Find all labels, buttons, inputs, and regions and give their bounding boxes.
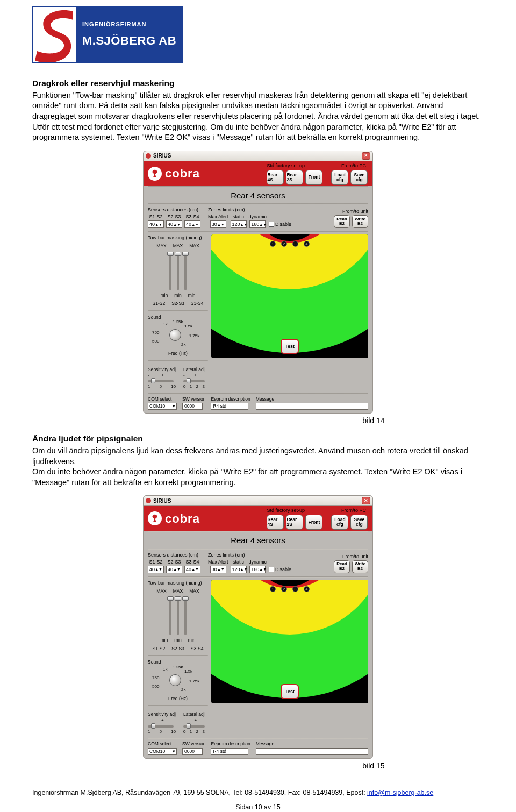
s1s2-input[interactable]: 40▲▼ bbox=[148, 220, 164, 228]
com-label: COM select bbox=[148, 396, 177, 402]
logo-bottom-text: M.SJÖBERG AB bbox=[82, 33, 182, 49]
zones-group-label: Zones limits (cm) bbox=[208, 206, 291, 213]
s3s4-input[interactable]: 40▲▼ bbox=[184, 566, 200, 573]
dist-group-label: Sensors distances (cm) bbox=[148, 206, 200, 213]
app-icon bbox=[146, 498, 151, 503]
loadcfg-button[interactable]: Loadcfg bbox=[331, 170, 348, 185]
mask-slider-2[interactable] bbox=[177, 252, 179, 290]
mask-slider-2[interactable] bbox=[177, 596, 179, 635]
config-title: Rear 4 sensors bbox=[144, 532, 372, 548]
footer-email-link[interactable]: info@m-sjoberg-ab.se bbox=[367, 789, 433, 796]
sw-field: 0000 bbox=[182, 748, 203, 755]
sw-label: SW version bbox=[182, 396, 205, 402]
front-button[interactable]: Front bbox=[305, 170, 322, 185]
figure-caption-15: bild 15 bbox=[362, 761, 384, 771]
section1-body: Funktionen "Tow-bar masking" tillåter at… bbox=[32, 90, 484, 143]
sensor-4-icon: 4 bbox=[304, 241, 310, 247]
cobra-logo: cobra bbox=[148, 166, 200, 182]
cobra-text: cobra bbox=[165, 511, 200, 527]
static-input[interactable]: 120▲▼ bbox=[231, 220, 247, 228]
logo-top-text: INGENIÖRSFIRMAN bbox=[82, 20, 182, 29]
banner-label-pc: From/to PC bbox=[341, 162, 366, 169]
s2s3-input[interactable]: 40▲▼ bbox=[166, 566, 182, 573]
sensor-1-icon: 1 bbox=[270, 241, 276, 247]
sirius-app-window-2: SIRIUS ✕ cobra Std factory set-upFrom/to… bbox=[143, 495, 373, 759]
page-number: Sidan 10 av 15 bbox=[32, 803, 484, 812]
mask-slider-3[interactable] bbox=[184, 252, 187, 290]
rear2s-button[interactable]: Rear 2S bbox=[286, 170, 303, 185]
banner-label-std: Std factory set-up bbox=[267, 162, 305, 169]
dynamic-input[interactable]: 160▲▼ bbox=[249, 566, 266, 573]
banner: cobra Std factory set-upFrom/to PC Rear … bbox=[144, 506, 372, 531]
footer: Ingeniörsfirman M.Sjöberg AB, Råsundaväg… bbox=[32, 788, 484, 797]
freq-knob[interactable]: 1k 1.25k 1.5k ~1.75k 2k 750 500 bbox=[148, 320, 208, 351]
cobra-icon bbox=[150, 514, 160, 523]
titlebar[interactable]: SIRIUS ✕ bbox=[144, 151, 372, 161]
titlebar[interactable]: SIRIUS ✕ bbox=[144, 496, 372, 506]
rear4s-button[interactable]: Rear 4S bbox=[267, 515, 284, 530]
unit-group-label: From/to unit bbox=[334, 208, 368, 215]
read-e2-button[interactable]: ReadE2 bbox=[334, 560, 350, 573]
sensitivity-slider[interactable] bbox=[148, 725, 174, 728]
savecfg-button[interactable]: Savecfg bbox=[350, 515, 368, 530]
message-field bbox=[256, 748, 368, 755]
sensor-2-icon: 2 bbox=[281, 241, 287, 247]
s2s3-input[interactable]: 40▲▼ bbox=[166, 220, 182, 228]
sensor-4-icon: 4 bbox=[304, 586, 310, 592]
window-title: SIRIUS bbox=[153, 497, 171, 505]
mask-slider-3[interactable] bbox=[184, 596, 187, 635]
lateral-label: Lateral adj bbox=[183, 367, 205, 373]
cobra-logo: cobra bbox=[148, 511, 200, 527]
front-button[interactable]: Front bbox=[305, 515, 322, 530]
s1s2-input[interactable]: 40▲▼ bbox=[148, 566, 164, 573]
status-bar: COM selectCOM10▾ SW version0000 Eeprom d… bbox=[144, 394, 372, 413]
status-bar: COM selectCOM10▾ SW version0000 Eeprom d… bbox=[144, 739, 372, 758]
company-logo: INGENIÖRSFIRMAN M.SJÖBERG AB bbox=[32, 6, 484, 63]
disable-checkbox[interactable] bbox=[269, 222, 274, 227]
footer-text: Ingeniörsfirman M.Sjöberg AB, Råsundaväg… bbox=[32, 789, 367, 796]
eeprom-field: R4 std bbox=[211, 748, 248, 755]
test-button[interactable]: Test bbox=[281, 684, 299, 699]
cobra-text: cobra bbox=[165, 166, 200, 182]
lateral-slider[interactable] bbox=[183, 725, 205, 728]
mask-slider-1[interactable] bbox=[169, 252, 171, 290]
message-label: Message: bbox=[256, 396, 368, 402]
dynamic-input[interactable]: 160▲▼ bbox=[249, 220, 266, 228]
close-button[interactable]: ✕ bbox=[362, 152, 370, 160]
message-field bbox=[256, 403, 368, 410]
sensor-3-icon: 3 bbox=[292, 241, 298, 247]
freq-knob[interactable]: 1k 1.25k 1.5k ~1.75k 2k 750 500 bbox=[148, 666, 208, 696]
read-e2-button[interactable]: ReadE2 bbox=[334, 215, 350, 228]
static-input[interactable]: 120▲▼ bbox=[231, 566, 247, 573]
sensitivity-label: Sensitivity adj bbox=[148, 367, 176, 373]
sw-field: 0000 bbox=[182, 403, 203, 410]
test-button[interactable]: Test bbox=[281, 339, 299, 354]
s3s4-input[interactable]: 40▲▼ bbox=[184, 220, 200, 228]
towbar-label: Tow-bar masking (hiding) bbox=[148, 234, 208, 241]
loadcfg-button[interactable]: Loadcfg bbox=[331, 515, 348, 530]
radar-display: 1234 Test bbox=[211, 234, 368, 358]
disable-checkbox[interactable] bbox=[269, 567, 274, 572]
maxalert-input[interactable]: 30▲▼ bbox=[210, 220, 226, 228]
eeprom-field: R4 std bbox=[211, 403, 248, 410]
figure-caption-14: bild 14 bbox=[362, 416, 384, 426]
section2-body1: Om du vill ändra pipsignalens ljud kan d… bbox=[32, 446, 484, 467]
com-select[interactable]: COM10▾ bbox=[148, 403, 177, 410]
lateral-slider[interactable] bbox=[183, 380, 205, 382]
rear2s-button[interactable]: Rear 2S bbox=[286, 515, 303, 530]
write-e2-button[interactable]: WriteE2 bbox=[352, 560, 368, 573]
com-select[interactable]: COM10▾ bbox=[148, 748, 177, 755]
close-button[interactable]: ✕ bbox=[362, 497, 370, 504]
sensitivity-slider[interactable] bbox=[148, 380, 174, 382]
savecfg-button[interactable]: Savecfg bbox=[350, 170, 368, 185]
mask-slider-1[interactable] bbox=[169, 596, 171, 635]
rear4s-button[interactable]: Rear 4S bbox=[267, 170, 284, 185]
sensor-3-icon: 3 bbox=[292, 586, 298, 592]
window-title: SIRIUS bbox=[153, 152, 171, 160]
app-icon bbox=[146, 153, 151, 159]
section2-heading: Ändra ljudet för pipsignalen bbox=[32, 433, 484, 445]
eeprom-label: Eeprom description bbox=[211, 396, 250, 402]
maxalert-input[interactable]: 30▲▼ bbox=[210, 566, 226, 573]
write-e2-button[interactable]: WriteE2 bbox=[352, 215, 368, 228]
sirius-app-window: SIRIUS ✕ cobra Std factory set-upFrom/to… bbox=[143, 151, 373, 414]
